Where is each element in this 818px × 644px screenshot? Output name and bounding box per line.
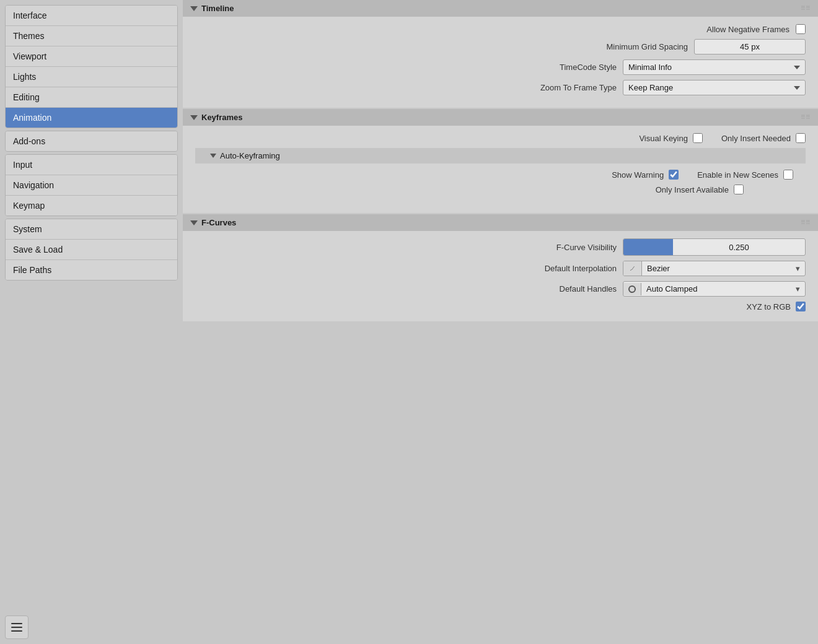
- keyframes-header-left: Keyframes: [190, 113, 243, 122]
- zoom-to-frame-select[interactable]: Keep Range: [623, 80, 806, 95]
- main-content: Timeline ⠿⠿ Allow Negative Frames Minimu…: [183, 0, 818, 644]
- fcurves-section-header[interactable]: F-Curves ⠿⠿: [183, 214, 818, 231]
- timeline-collapse-icon: [190, 6, 198, 11]
- visual-keying-checkbox[interactable]: [693, 133, 703, 143]
- hamburger-line-2: [11, 627, 22, 628]
- visual-keying-pair: Visual Keying: [639, 133, 703, 143]
- minimum-grid-spacing-row: Minimum Grid Spacing: [195, 39, 806, 54]
- sidebar-bottom: [5, 606, 178, 639]
- only-insert-available-pair: Only Insert Available: [656, 185, 744, 194]
- minimum-grid-spacing-input[interactable]: [694, 39, 806, 54]
- timeline-header-left: Timeline: [190, 4, 234, 13]
- bezier-icon: ⟋: [623, 261, 642, 276]
- visual-keying-row: Visual Keying Only Insert Needed: [195, 133, 806, 143]
- timecode-style-row: TimeCode Style Minimal Info: [195, 59, 806, 75]
- keyframes-section-header[interactable]: Keyframes ⠿⠿: [183, 109, 818, 126]
- handles-circle-icon: [623, 283, 641, 295]
- default-interpolation-label: Default Interpolation: [545, 264, 617, 273]
- auto-keyframing-title: Auto-Keyframing: [220, 151, 280, 160]
- enable-new-scenes-label: Enable in New Scenes: [697, 170, 778, 180]
- timeline-section-body: Allow Negative Frames Minimum Grid Spaci…: [183, 17, 818, 108]
- enable-new-scenes-pair: Enable in New Scenes: [697, 170, 793, 180]
- sidebar-item-interface[interactable]: Interface: [6, 6, 177, 26]
- sidebar-group-4: System Save & Load File Paths: [5, 219, 178, 281]
- handles-value: Auto Clamped: [641, 282, 791, 296]
- keyframes-section-body: Visual Keying Only Insert Needed Auto-Ke…: [183, 126, 818, 213]
- sidebar-group-3: Input Navigation Keymap: [5, 154, 178, 216]
- enable-new-scenes-checkbox[interactable]: [783, 170, 793, 180]
- sidebar-item-save-load[interactable]: Save & Load: [6, 240, 177, 260]
- interpolation-chevron-icon: ▾: [791, 261, 805, 276]
- auto-keyframing-header[interactable]: Auto-Keyframing: [195, 148, 806, 163]
- sidebar-item-navigation[interactable]: Navigation: [6, 175, 177, 196]
- fcurve-visibility-label: F-Curve Visibility: [556, 243, 617, 252]
- allow-negative-frames-row: Allow Negative Frames: [195, 24, 806, 34]
- sidebar-item-themes[interactable]: Themes: [6, 26, 177, 46]
- auto-keyframing-collapse-icon: [210, 154, 216, 158]
- app-container: Interface Themes Viewport Lights Editing…: [0, 0, 818, 644]
- sidebar-item-animation[interactable]: Animation: [6, 108, 177, 128]
- sidebar: Interface Themes Viewport Lights Editing…: [0, 0, 183, 644]
- only-insert-needed-checkbox[interactable]: [796, 133, 806, 143]
- handles-chevron-icon: ▾: [791, 282, 805, 296]
- xyz-to-rgb-checkbox[interactable]: [796, 302, 806, 311]
- allow-negative-frames-checkbox[interactable]: [796, 24, 806, 34]
- xyz-to-rgb-row: XYZ to RGB: [195, 302, 806, 311]
- fcurve-visibility-slider[interactable]: 0.250: [623, 238, 806, 256]
- timeline-title: Timeline: [201, 4, 234, 13]
- circle-shape: [628, 285, 636, 293]
- sidebar-item-addons[interactable]: Add-ons: [6, 131, 177, 151]
- auto-keyframing-body: Show Warning Enable in New Scenes Only I…: [195, 163, 806, 206]
- hamburger-line-3: [11, 630, 22, 632]
- timeline-section-header[interactable]: Timeline ⠿⠿: [183, 0, 818, 17]
- timecode-style-label: TimeCode Style: [560, 63, 617, 72]
- minimum-grid-spacing-label: Minimum Grid Spacing: [607, 42, 688, 51]
- fcurves-section-body: F-Curve Visibility 0.250 Default Interpo…: [183, 231, 818, 321]
- timecode-style-select[interactable]: Minimal Info: [623, 59, 806, 75]
- only-insert-needed-label: Only Insert Needed: [721, 134, 791, 143]
- show-warning-checkbox[interactable]: [669, 170, 679, 180]
- only-insert-available-row: Only Insert Available: [208, 185, 793, 194]
- visual-keying-label: Visual Keying: [639, 134, 688, 143]
- hamburger-button[interactable]: [5, 616, 29, 639]
- show-warning-row: Show Warning Enable in New Scenes: [208, 170, 793, 180]
- fcurves-collapse-icon: [190, 220, 198, 225]
- hamburger-line-1: [11, 623, 22, 624]
- timeline-drag-handle: ⠿⠿: [801, 5, 811, 12]
- sidebar-item-input[interactable]: Input: [6, 155, 177, 175]
- default-interpolation-row: Default Interpolation ⟋ Bezier ▾: [195, 261, 806, 276]
- fcurve-visibility-row: F-Curve Visibility 0.250: [195, 238, 806, 256]
- sidebar-group-2: Add-ons: [5, 131, 178, 152]
- only-insert-available-label: Only Insert Available: [656, 185, 729, 194]
- show-warning-pair: Show Warning: [612, 170, 679, 180]
- fcurves-title: F-Curves: [201, 218, 236, 227]
- sidebar-item-system[interactable]: System: [6, 219, 177, 240]
- xyz-to-rgb-label: XYZ to RGB: [746, 302, 791, 311]
- keyframes-title: Keyframes: [201, 113, 243, 122]
- default-interpolation-select[interactable]: ⟋ Bezier ▾: [623, 261, 806, 276]
- sidebar-group-1: Interface Themes Viewport Lights Editing…: [5, 5, 178, 128]
- only-insert-available-checkbox[interactable]: [734, 185, 744, 194]
- interpolation-value: Bezier: [642, 261, 791, 276]
- default-handles-label: Default Handles: [560, 284, 617, 294]
- zoom-to-frame-label: Zoom To Frame Type: [540, 83, 617, 92]
- fcurves-drag-handle: ⠿⠿: [801, 219, 811, 226]
- keyframes-drag-handle: ⠿⠿: [801, 114, 811, 121]
- sidebar-item-viewport[interactable]: Viewport: [6, 46, 177, 67]
- keyframes-collapse-icon: [190, 115, 198, 120]
- sidebar-item-lights[interactable]: Lights: [6, 67, 177, 87]
- sidebar-item-keymap[interactable]: Keymap: [6, 196, 177, 215]
- fcurve-visibility-value: 0.250: [673, 240, 805, 255]
- show-warning-label: Show Warning: [612, 170, 664, 180]
- sidebar-item-file-paths[interactable]: File Paths: [6, 260, 177, 280]
- default-handles-select[interactable]: Auto Clamped ▾: [623, 281, 806, 297]
- allow-negative-frames-label: Allow Negative Frames: [706, 25, 789, 34]
- default-handles-row: Default Handles Auto Clamped ▾: [195, 281, 806, 297]
- fcurve-slider-fill: [623, 239, 673, 255]
- sidebar-item-editing[interactable]: Editing: [6, 87, 177, 108]
- zoom-to-frame-row: Zoom To Frame Type Keep Range: [195, 80, 806, 95]
- only-insert-needed-pair: Only Insert Needed: [721, 133, 806, 143]
- fcurves-header-left: F-Curves: [190, 218, 236, 227]
